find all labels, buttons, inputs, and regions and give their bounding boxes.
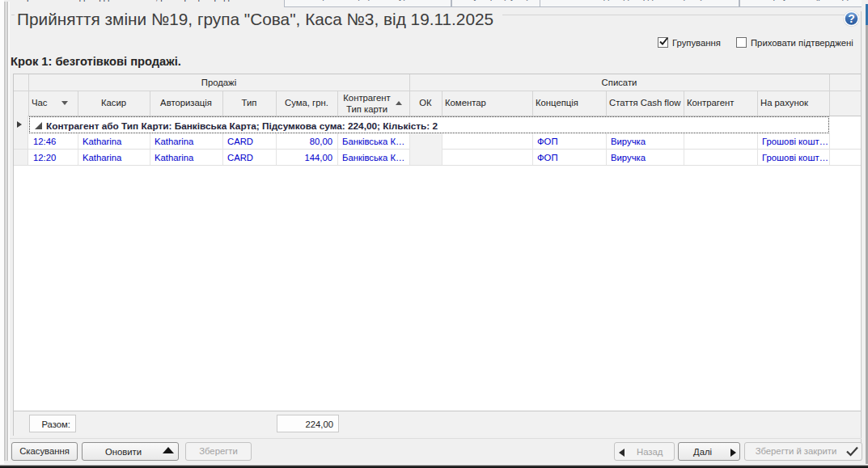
svg-text:?: ? bbox=[848, 12, 855, 25]
